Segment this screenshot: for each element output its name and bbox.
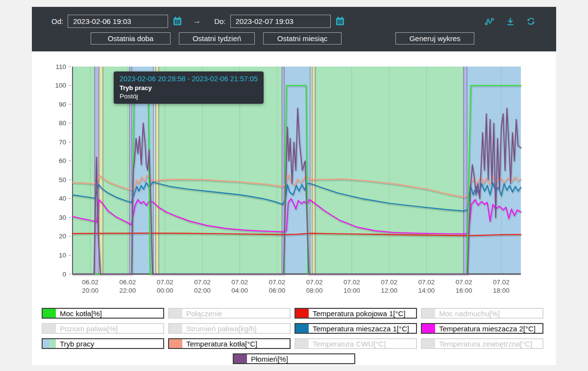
- svg-text:22:00: 22:00: [120, 287, 136, 294]
- toolbar: Od: → Do:: [32, 7, 556, 51]
- legend-swatch: [422, 324, 435, 333]
- svg-text:16:00: 16:00: [456, 287, 472, 294]
- legend-swatch: [43, 324, 56, 333]
- legend: Moc kotła[%] Połączenie Temperatura poko…: [42, 308, 546, 364]
- svg-text:07.02: 07.02: [306, 278, 323, 286]
- svg-text:08:00: 08:00: [306, 287, 323, 294]
- legend-label: Temperatura pokojowa 1[°C]: [313, 309, 405, 318]
- svg-text:07.02: 07.02: [493, 278, 510, 286]
- quick-range-row: Ostatnia doba Ostatni tydzień Ostatni mi…: [51, 32, 546, 45]
- svg-text:10: 10: [59, 252, 66, 259]
- to-date-input[interactable]: [230, 15, 331, 28]
- svg-text:06:00: 06:00: [269, 287, 286, 294]
- svg-text:07.02: 07.02: [343, 278, 360, 286]
- svg-text:14:00: 14:00: [418, 287, 435, 294]
- last-month-button[interactable]: Ostatni miesiąc: [263, 32, 342, 45]
- legend-swatch: [422, 339, 435, 348]
- range-arrow: →: [193, 16, 201, 26]
- svg-text:12:00: 12:00: [381, 287, 397, 294]
- legend-label: Moc nadmuchu[%]: [439, 309, 500, 318]
- svg-text:0: 0: [62, 271, 66, 278]
- legend-swatch: [422, 309, 435, 318]
- from-label: Od:: [51, 17, 63, 25]
- legend-row-4: Płomień[%]: [42, 353, 546, 364]
- svg-text:07.02: 07.02: [194, 278, 211, 286]
- legend-item-temp-zewnetrzna[interactable]: Temperatura zewnętrzna[°C]: [421, 338, 543, 349]
- to-calendar-icon[interactable]: [335, 16, 345, 26]
- legend-label: Temperatura mieszacza 2[°C]: [439, 325, 536, 333]
- generate-chart-button[interactable]: Generuj wykres: [395, 32, 474, 45]
- svg-text:07.02: 07.02: [269, 278, 286, 286]
- legend-label: Temperatura kotła[°C]: [186, 340, 257, 348]
- legend-swatch: [234, 354, 247, 363]
- from-calendar-icon[interactable]: [172, 16, 182, 26]
- chart[interactable]: 010203040506070809010011006.0220:0006.02…: [47, 59, 544, 298]
- legend-swatch: [169, 324, 182, 333]
- svg-text:70: 70: [59, 139, 66, 146]
- svg-text:02:00: 02:00: [194, 287, 211, 294]
- legend-item-plomien[interactable]: Płomień[%]: [233, 353, 355, 364]
- svg-text:20:00: 20:00: [82, 287, 98, 294]
- toolbar-icon-group: [485, 16, 536, 26]
- last-week-button[interactable]: Ostatni tydzień: [179, 32, 255, 45]
- svg-text:10:00: 10:00: [343, 287, 360, 294]
- refresh-icon[interactable]: [526, 16, 536, 26]
- svg-text:40: 40: [59, 195, 66, 202]
- svg-text:30: 30: [59, 214, 66, 221]
- last-day-button[interactable]: Ostatnia doba: [91, 32, 171, 45]
- legend-label: Temperatura zewnętrzna[°C]: [439, 340, 532, 348]
- svg-text:06.02: 06.02: [120, 278, 136, 286]
- legend-item-tryb-pracy[interactable]: Tryb pracy: [42, 338, 164, 349]
- legend-label: Temperatura CWU[°C]: [313, 340, 386, 348]
- legend-swatch: [43, 309, 56, 318]
- legend-item-moc-nadmuchu[interactable]: Moc nadmuchu[%]: [421, 308, 543, 319]
- download-icon[interactable]: [505, 16, 515, 26]
- legend-item-temp-cwu[interactable]: Temperatura CWU[°C]: [294, 338, 417, 349]
- legend-item-strumien-paliwa[interactable]: Strumień paliwa[kg/h]: [168, 323, 291, 334]
- svg-text:07.02: 07.02: [418, 278, 435, 286]
- svg-text:20: 20: [59, 232, 66, 240]
- tooltip-series-name: Tryb pracy: [120, 84, 258, 92]
- legend-swatch: [295, 309, 309, 318]
- legend-item-temp-mieszacza-2[interactable]: Temperatura mieszacza 2[°C]: [421, 323, 543, 334]
- legend-item-poziom-paliwa[interactable]: Poziom paliwa[%]: [42, 323, 164, 334]
- legend-label: Temperatura mieszacza 1[°C]: [313, 325, 409, 333]
- from-date-input[interactable]: [68, 15, 168, 28]
- to-label: Do:: [214, 17, 225, 25]
- legend-label: Poziom paliwa[%]: [60, 325, 118, 333]
- legend-swatch: [295, 339, 309, 348]
- legend-item-polaczenie[interactable]: Połączenie: [168, 308, 291, 319]
- svg-text:07.02: 07.02: [157, 278, 173, 286]
- legend-label: Tryb pracy: [60, 340, 94, 348]
- svg-text:50: 50: [59, 176, 66, 184]
- svg-text:18:00: 18:00: [493, 287, 510, 294]
- svg-text:00:00: 00:00: [157, 287, 173, 294]
- legend-grid: Moc kotła[%] Połączenie Temperatura poko…: [42, 308, 546, 349]
- legend-label: Połączenie: [186, 309, 222, 318]
- content-card: Od: → Do:: [32, 7, 556, 365]
- legend-item-moc-kotla[interactable]: Moc kotła[%]: [42, 308, 164, 319]
- legend-item-temp-pokojowa-1[interactable]: Temperatura pokojowa 1[°C]: [294, 308, 417, 319]
- legend-swatch: [169, 309, 182, 318]
- svg-text:04:00: 04:00: [231, 287, 248, 294]
- chart-tooltip: 2023-02-06 20:28:58 - 2023-02-06 21:57:0…: [114, 71, 264, 104]
- legend-label: Strumień paliwa[kg/h]: [186, 325, 256, 333]
- svg-text:90: 90: [59, 101, 66, 108]
- legend-label: Moc kotła[%]: [60, 309, 102, 318]
- svg-text:07.02: 07.02: [231, 278, 248, 286]
- legend-item-temp-mieszacza-1[interactable]: Temperatura mieszacza 1[°C]: [294, 323, 417, 334]
- svg-text:100: 100: [55, 82, 66, 89]
- tooltip-time-range: 2023-02-06 20:28:58 - 2023-02-06 21:57:0…: [120, 75, 258, 83]
- svg-text:110: 110: [55, 63, 66, 70]
- svg-text:07.02: 07.02: [381, 278, 397, 286]
- tooltip-value: Postój: [120, 93, 258, 100]
- legend-label: Płomień[%]: [251, 355, 288, 363]
- svg-text:80: 80: [59, 119, 66, 127]
- legend-swatch: [169, 339, 182, 348]
- date-range-row: Od: → Do:: [51, 14, 546, 28]
- chart-nodes-icon[interactable]: [485, 16, 494, 26]
- legend-swatch: [295, 324, 309, 333]
- legend-swatch: [43, 339, 56, 348]
- legend-item-temp-kotla[interactable]: Temperatura kotła[°C]: [168, 338, 291, 349]
- svg-text:07.02: 07.02: [456, 278, 472, 286]
